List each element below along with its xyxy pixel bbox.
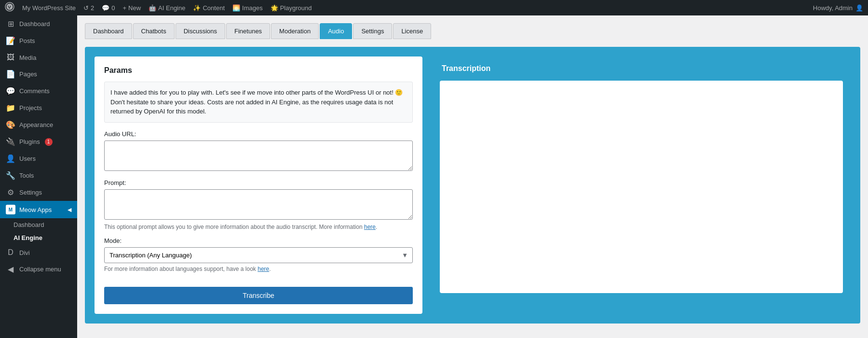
prompt-hint-link[interactable]: here [364, 224, 376, 230]
ai-engine-icon: 🤖 [149, 4, 156, 12]
media-icon: 🖼 [6, 53, 15, 62]
audio-url-input[interactable] [104, 141, 413, 171]
tab-chatbots[interactable]: Chatbots [133, 23, 175, 39]
mode-select-wrapper: Transcription (Any Language) Translation… [104, 247, 413, 263]
prompt-hint: This optional prompt allows you to give … [104, 224, 413, 230]
images-label: Images [242, 4, 263, 12]
sidebar-sub-label-ai-engine: AI Engine [14, 234, 42, 241]
comments-menu-icon: 💬 [6, 86, 15, 96]
mode-hint: For more information about languages sup… [104, 266, 413, 272]
plus-icon: + [122, 4, 126, 12]
sidebar-item-pages[interactable]: 📄 Pages [0, 66, 77, 83]
transcription-panel: Transcription [432, 56, 851, 314]
revisions-icon: ↺ [83, 4, 89, 12]
tab-license[interactable]: License [393, 23, 431, 39]
comments-link[interactable]: 💬 0 [102, 4, 115, 12]
appearance-icon: 🎨 [6, 120, 15, 129]
params-title: Params [104, 66, 413, 75]
sidebar-label-users: Users [19, 155, 36, 162]
posts-icon: 📝 [6, 36, 15, 45]
collapse-icon: ◀ [6, 265, 15, 274]
tab-audio[interactable]: Audio [320, 23, 352, 39]
transcription-title: Transcription [432, 56, 851, 81]
site-name: My WordPress Site [22, 4, 76, 12]
pages-icon: 📄 [6, 70, 15, 79]
tabs-bar: Dashboard Chatbots Discussions Finetunes… [85, 23, 860, 39]
ai-engine-link[interactable]: 🤖 AI Engine [149, 4, 185, 12]
sidebar-item-divi[interactable]: D Divi [0, 244, 77, 261]
info-box: I have added this for you to play with. … [104, 82, 413, 123]
sidebar-sub-item-ai-engine[interactable]: AI Engine [0, 231, 77, 244]
howdy-text: Howdy, Admin [813, 4, 853, 12]
meow-apps-arrow-icon: ◀ [68, 207, 71, 213]
sidebar-item-users[interactable]: 👤 Users [0, 150, 77, 167]
content-icon: ✨ [193, 4, 201, 12]
content-link[interactable]: ✨ Content [193, 4, 225, 12]
sidebar-label-comments: Comments [19, 87, 50, 95]
sidebar-item-appearance[interactable]: 🎨 Appearance [0, 116, 77, 133]
mode-select[interactable]: Transcription (Any Language) Translation… [104, 247, 413, 263]
playground-label: Playground [280, 4, 312, 12]
sidebar-label-appearance: Appearance [19, 121, 53, 128]
divi-icon: D [6, 248, 15, 257]
sidebar-item-tools[interactable]: 🔧 Tools [0, 167, 77, 184]
mode-hint-link[interactable]: here [258, 266, 269, 272]
top-bar-right: Howdy, Admin 👤 [813, 4, 863, 12]
transcribe-button[interactable]: Transcribe [104, 287, 413, 304]
settings-icon: ⚙ [6, 188, 15, 197]
dashboard-icon: ⊞ [6, 19, 15, 28]
sidebar-sub-label-dashboard: Dashboard [14, 221, 44, 228]
main-content: Dashboard Chatbots Discussions Finetunes… [77, 15, 868, 338]
meow-apps-icon: M [6, 205, 15, 214]
audio-container: Params I have added this for you to play… [85, 47, 860, 324]
sidebar-item-posts[interactable]: 📝 Posts [0, 32, 77, 49]
wp-logo-icon[interactable] [5, 2, 14, 14]
users-icon: 👤 [6, 154, 15, 163]
admin-avatar-icon: 👤 [855, 4, 863, 12]
playground-icon: 🌟 [271, 4, 278, 12]
tab-moderation[interactable]: Moderation [271, 23, 319, 39]
audio-url-group: Audio URL: [104, 130, 413, 172]
prompt-label: Prompt: [104, 179, 413, 186]
tab-finetunes[interactable]: Finetunes [226, 23, 270, 39]
revisions-link[interactable]: ↺ 2 [83, 4, 94, 12]
top-bar: My WordPress Site ↺ 2 💬 0 + New 🤖 AI Eng… [0, 0, 868, 15]
tab-discussions[interactable]: Discussions [176, 23, 225, 39]
mode-label: Mode: [104, 237, 413, 244]
sidebar-item-meow-apps[interactable]: M Meow Apps ◀ [0, 201, 77, 218]
tab-dashboard[interactable]: Dashboard [85, 23, 132, 39]
tab-settings[interactable]: Settings [353, 23, 392, 39]
new-link[interactable]: + New [122, 4, 141, 12]
comments-count: 0 [111, 4, 115, 12]
sidebar-label-pages: Pages [19, 70, 37, 78]
sidebar-item-plugins[interactable]: 🔌 Plugins 1 [0, 133, 77, 150]
sidebar-item-media[interactable]: 🖼 Media [0, 49, 77, 66]
sidebar-item-comments[interactable]: 💬 Comments [0, 83, 77, 99]
transcription-content [440, 81, 843, 293]
projects-icon: 📁 [6, 103, 15, 113]
comments-icon: 💬 [102, 4, 109, 12]
sidebar-label-settings: Settings [19, 189, 42, 196]
new-label: New [128, 4, 141, 12]
sidebar-sub-item-dashboard[interactable]: Dashboard [0, 218, 77, 231]
sidebar-item-dashboard[interactable]: ⊞ Dashboard [0, 15, 77, 32]
revisions-count: 2 [91, 4, 94, 12]
sidebar-item-settings[interactable]: ⚙ Settings [0, 184, 77, 201]
site-name-link[interactable]: My WordPress Site [22, 4, 76, 12]
sidebar-label-media: Media [19, 54, 36, 61]
sidebar-label-collapse: Collapse menu [19, 266, 61, 273]
info-text: I have added this for you to play with. … [110, 89, 403, 115]
audio-url-label: Audio URL: [104, 130, 413, 138]
images-link[interactable]: 🌅 Images [232, 4, 263, 12]
prompt-group: Prompt: This optional prompt allows you … [104, 179, 413, 230]
sidebar-item-collapse[interactable]: ◀ Collapse menu [0, 261, 77, 278]
sidebar-item-projects[interactable]: 📁 Projects [0, 99, 77, 116]
tools-icon: 🔧 [6, 171, 15, 180]
playground-link[interactable]: 🌟 Playground [271, 4, 312, 12]
sidebar-label-meow-apps: Meow Apps [19, 206, 52, 213]
plugins-icon: 🔌 [6, 137, 15, 146]
ai-engine-label: AI Engine [158, 4, 185, 12]
sidebar-label-tools: Tools [19, 172, 34, 179]
prompt-input[interactable] [104, 189, 413, 220]
images-icon: 🌅 [232, 4, 240, 12]
